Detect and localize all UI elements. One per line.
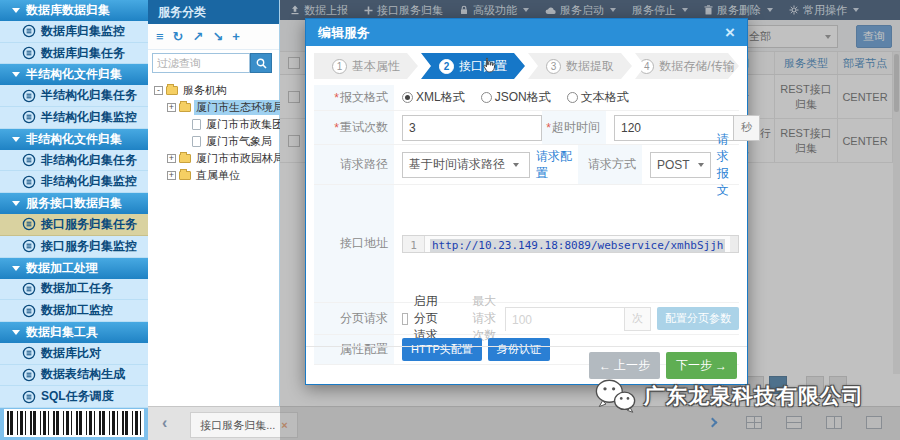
- tree-node-row[interactable]: 厦门市气象局: [180, 133, 277, 150]
- sidebar-group-items: 接口服务归集任务 接口服务归集监控: [0, 214, 148, 257]
- tree-node-row[interactable]: + 厦门市市政园林局: [167, 150, 277, 167]
- sidebar-item[interactable]: 数据库归集任务: [0, 43, 148, 65]
- previous-step-button[interactable]: ← 上一步: [589, 352, 660, 379]
- sidebar-group-label: 服务接口数据归集: [26, 195, 122, 212]
- retry-label: * 重试次数: [314, 111, 394, 144]
- sidebar-item-label: 数据库比对: [41, 345, 101, 362]
- search-button[interactable]: [250, 53, 272, 73]
- refresh-icon[interactable]: ↻: [173, 30, 184, 43]
- folder-icon: [166, 86, 178, 95]
- arrow-right-icon: →: [715, 359, 727, 373]
- step-interface-config[interactable]: 2 接口配置: [421, 53, 525, 79]
- sidebar-item-label: 数据加工监控: [41, 302, 113, 319]
- radio-xml-format[interactable]: XML格式: [402, 89, 465, 106]
- request-path-select[interactable]: 基于时间请求路径: [402, 152, 530, 178]
- radio-icon: [402, 92, 413, 103]
- tree-node-row[interactable]: + 厦门市生态环境局: [167, 99, 277, 116]
- tree-node: + 厦门市生态环境局 厦门市市政集团 厦门市气象局: [167, 99, 277, 150]
- expand-icon[interactable]: ↗: [193, 30, 204, 43]
- sidebar-item[interactable]: 数据加工监控: [0, 300, 148, 322]
- max-requests-input[interactable]: [506, 308, 624, 332]
- sidebar-group: 数据库数据归集 数据库归集监控 数据库归集任务: [0, 0, 148, 64]
- radio-icon: [481, 92, 492, 103]
- tab-scroll-left-icon[interactable]: ‹: [162, 414, 167, 432]
- dialog-footer: ← 上一步 下一步 →: [306, 346, 747, 384]
- sidebar-item-label: 数据库归集任务: [41, 45, 125, 62]
- sidebar-item[interactable]: 非结构化归集监控: [0, 171, 148, 193]
- radio-json-format[interactable]: JSON格式: [481, 89, 551, 106]
- sidebar-group-items: 半结构化归集任务 半结构化归集监控: [0, 85, 148, 128]
- sidebar-group-header[interactable]: 服务接口数据归集: [0, 193, 148, 214]
- tree-expander-icon[interactable]: +: [167, 103, 176, 112]
- radio-text-format[interactable]: 文本格式: [567, 89, 629, 106]
- step-number: 4: [639, 59, 654, 74]
- tree-expander-icon[interactable]: +: [167, 154, 176, 163]
- sidebar-item[interactable]: 半结构化归集监控: [0, 107, 148, 129]
- sidebar-item[interactable]: 数据加工任务: [0, 279, 148, 301]
- editor-scrollbar[interactable]: [730, 236, 738, 252]
- sidebar-item[interactable]: 数据库归集监控: [0, 21, 148, 43]
- filter-search-input[interactable]: [152, 53, 250, 73]
- form-row-address: 接口地址 1 http://10.23.149.18:8089/webservi…: [314, 185, 739, 303]
- required-asterisk: *: [546, 121, 551, 135]
- tree-node-label: 厦门市气象局: [204, 134, 274, 149]
- tree-node-row[interactable]: + 直属单位: [167, 167, 277, 184]
- step-basic-properties[interactable]: 1 基本属性: [314, 53, 418, 79]
- radio-icon: [567, 92, 578, 103]
- tree-expander-icon[interactable]: -: [154, 86, 163, 95]
- sidebar-item-label: 非结构化归集任务: [41, 152, 137, 169]
- add-icon[interactable]: +: [232, 30, 240, 43]
- dialog-body: * 报文格式 XML格式 JSON格式 文本格式 * 重试次数: [306, 85, 747, 365]
- sidebar-item[interactable]: SQL任务调度: [0, 386, 148, 408]
- folder-icon: [192, 119, 201, 130]
- sidebar-group-header[interactable]: 半结构化文件归集: [0, 64, 148, 85]
- tree-node-row[interactable]: 厦门市市政集团: [180, 116, 277, 133]
- step-number: 2: [439, 59, 454, 74]
- sidebar-item-label: SQL任务调度: [41, 388, 114, 405]
- sidebar-group-header[interactable]: 非结构化文件归集: [0, 129, 148, 150]
- sidebar-group-header[interactable]: 数据库数据归集: [0, 0, 148, 21]
- form-row-format: * 报文格式 XML格式 JSON格式 文本格式: [314, 85, 739, 111]
- sidebar-item[interactable]: 数据库比对: [0, 343, 148, 365]
- sidebar-group-items: 数据加工任务 数据加工监控: [0, 279, 148, 322]
- sidebar-group-header[interactable]: 数据归集工具: [0, 322, 148, 343]
- step-data-extraction[interactable]: 3 数据提取: [528, 53, 632, 79]
- tree-expander-icon[interactable]: +: [167, 171, 176, 180]
- category-search-bar: [148, 50, 279, 76]
- sidebar-group-header[interactable]: 数据加工处理: [0, 258, 148, 279]
- sidebar-item[interactable]: 接口服务归集任务: [0, 214, 148, 236]
- sidebar-item[interactable]: 数据表结构生成: [0, 365, 148, 387]
- sidebar-item[interactable]: 接口服务归集监控: [0, 236, 148, 258]
- request-method-select[interactable]: POST: [650, 152, 711, 178]
- close-icon[interactable]: ×: [725, 24, 735, 41]
- sidebar-group: 服务接口数据归集 接口服务归集任务 接口服务归集监控: [0, 193, 148, 257]
- list-circle-icon: [22, 368, 36, 382]
- configure-paging-button[interactable]: 配置分页参数: [657, 307, 739, 330]
- org-tree: - 服务机构 + 厦门市生态环境局 厦门市市政集团 厦门市气象局 + 厦门市市政: [148, 76, 279, 184]
- sidebar-item[interactable]: 半结构化归集任务: [0, 85, 148, 107]
- list-circle-icon: [22, 89, 36, 103]
- sidebar-item[interactable]: 非结构化归集任务: [0, 150, 148, 172]
- retry-count-input[interactable]: [402, 115, 542, 141]
- next-step-button[interactable]: 下一步 →: [666, 352, 737, 379]
- list-circle-icon: [22, 175, 36, 189]
- request-config-link[interactable]: 请求配置: [536, 148, 578, 180]
- step-label: 数据提取: [566, 58, 614, 75]
- step-data-storage[interactable]: 4 数据存储/传输: [635, 53, 739, 79]
- list-circle-icon: [22, 239, 36, 253]
- request-path-label: 请求路径: [314, 145, 394, 184]
- chevron-down-icon: [12, 137, 20, 142]
- list-circle-icon: [22, 46, 36, 60]
- tree-node-row[interactable]: - 服务机构: [154, 82, 277, 99]
- required-asterisk: *: [334, 121, 339, 135]
- tree-node-label: 直属单位: [194, 168, 242, 183]
- chevron-down-icon: [12, 330, 20, 335]
- tree-children: 厦门市市政集团 厦门市气象局: [167, 116, 277, 150]
- url-code-editor[interactable]: 1 http://10.23.149.18:8089/webservice/xm…: [402, 235, 739, 253]
- step-number: 3: [546, 59, 561, 74]
- category-panel-title: 服务分类: [148, 0, 279, 24]
- list-icon[interactable]: ≡: [156, 30, 164, 43]
- collapse-icon[interactable]: ↘: [212, 30, 223, 43]
- sidebar-item-label: 非结构化归集监控: [41, 173, 137, 190]
- enable-paging-checkbox[interactable]: [402, 313, 408, 325]
